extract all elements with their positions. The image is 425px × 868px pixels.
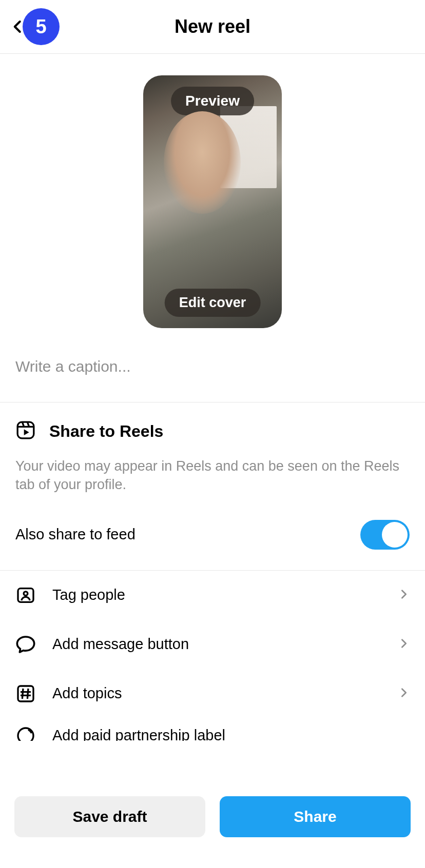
chevron-right-icon xyxy=(398,687,410,700)
page-title: New reel xyxy=(0,16,425,37)
caption-input[interactable] xyxy=(15,358,410,375)
chevron-right-icon xyxy=(398,589,410,602)
paid-partnership-icon xyxy=(15,725,36,741)
footer: Save draft Share xyxy=(0,782,425,868)
step-badge: 5 xyxy=(23,8,60,45)
share-to-feed-label: Also share to feed xyxy=(15,526,136,543)
reel-cover-thumbnail[interactable]: Preview Edit cover xyxy=(143,75,282,328)
add-message-button-row[interactable]: Add message button xyxy=(0,620,425,669)
share-to-reels-description: Your video may appear in Reels and can b… xyxy=(15,457,410,494)
tag-people-icon xyxy=(15,585,36,605)
save-draft-button[interactable]: Save draft xyxy=(14,796,205,837)
share-to-feed-row: Also share to feed xyxy=(0,498,425,570)
tag-people-label: Tag people xyxy=(52,587,382,603)
add-paid-partnership-label: Add paid partnership label xyxy=(52,727,225,741)
reels-icon xyxy=(15,420,36,442)
preview-area: Preview Edit cover xyxy=(0,54,425,328)
add-message-button-label: Add message button xyxy=(52,636,382,653)
add-topics-row[interactable]: Add topics xyxy=(0,669,425,718)
svg-point-4 xyxy=(18,728,33,741)
share-button[interactable]: Share xyxy=(220,796,411,837)
share-to-reels-section: Share to Reels Your video may appear in … xyxy=(0,402,425,498)
message-icon xyxy=(15,634,36,655)
hashtag-icon xyxy=(15,683,36,704)
tag-people-row[interactable]: Tag people xyxy=(0,571,425,620)
svg-point-2 xyxy=(24,592,28,596)
add-topics-label: Add topics xyxy=(52,685,382,702)
chevron-right-icon xyxy=(398,638,410,651)
share-to-reels-title: Share to Reels xyxy=(49,422,163,441)
caption-area xyxy=(0,328,425,402)
share-to-feed-toggle[interactable] xyxy=(360,520,410,550)
svg-rect-0 xyxy=(17,422,34,438)
edit-cover-button[interactable]: Edit cover xyxy=(165,289,261,317)
add-paid-partnership-row[interactable]: Add paid partnership label xyxy=(0,718,425,741)
header: 5 New reel xyxy=(0,0,425,54)
preview-button[interactable]: Preview xyxy=(171,87,254,115)
svg-rect-3 xyxy=(18,686,33,701)
